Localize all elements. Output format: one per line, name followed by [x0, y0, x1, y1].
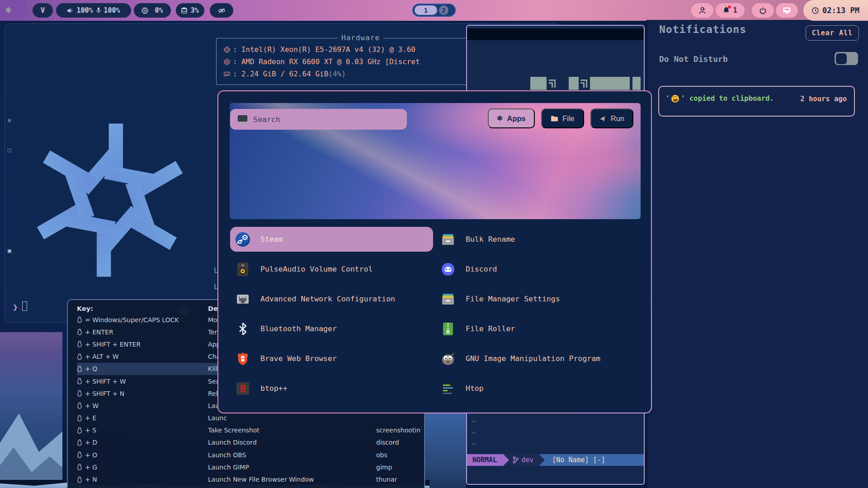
wallpaper-gap-strip [425, 407, 466, 488]
keybind-key-text: = Windows/Super/CAPS LOCK [85, 316, 179, 324]
rocket-icon [599, 115, 606, 122]
volume-widget[interactable]: 100% 100% [56, 3, 131, 18]
fileroller-icon [441, 322, 455, 336]
app-label: File Roller [466, 324, 515, 333]
brave-icon [236, 352, 250, 366]
keybind-key: + SHIFT + N [77, 390, 208, 397]
app-row-pulseaudio-volume-control[interactable]: PulseAudio Volume Control [230, 257, 433, 282]
keybind-key-text: + Q [85, 365, 97, 372]
keybind-command: thunar [376, 476, 421, 483]
screenshot-widget[interactable] [776, 3, 798, 18]
app-label: PulseAudio Volume Control [260, 265, 373, 273]
drawer-icon [441, 292, 455, 306]
app-row-gnu-image-manipulation-program[interactable]: GNU Image Manipulation Program [435, 346, 638, 371]
notification-message: '' copied to clipboard. [665, 94, 774, 103]
keybind-key: + SHIFT + ENTER [77, 341, 208, 348]
keybind-key-text: + SHIFT + W [85, 378, 126, 385]
eye-slash-icon [218, 8, 226, 14]
keybind-key-text: + O [85, 451, 97, 459]
search-input[interactable] [253, 115, 380, 124]
git-branch-name: dev [521, 456, 533, 464]
snowflake-icon: ❄ [6, 5, 11, 15]
memory-widget[interactable]: 3% [176, 3, 204, 18]
hardware-line-text: 2.24 GiB / 62.64 GiB [241, 70, 329, 78]
workspace-1-button[interactable]: 1 [415, 5, 437, 15]
keybind-key: + S [77, 427, 208, 434]
clear-all-button[interactable]: Clear All [806, 25, 859, 41]
app-row-advanced-network-configuration[interactable]: Advanced Network Configuration [230, 286, 433, 311]
keybind-key: + ALT + W [77, 353, 208, 360]
app-label: Brave Web Browser [260, 354, 337, 363]
app-label: Discord [466, 265, 497, 273]
keybind-description: Take Screenshot [208, 427, 376, 434]
svg-text:B: B [240, 384, 246, 394]
app-label: btop++ [260, 384, 288, 393]
keybind-key-text: + N [85, 476, 97, 483]
app-label: Steam [260, 235, 283, 244]
keybind-description: Launc [208, 414, 376, 422]
gimp-icon [441, 352, 455, 366]
app-row-brave-web-browser[interactable]: Brave Web Browser [230, 346, 433, 371]
power-widget[interactable] [752, 3, 774, 18]
snowflake-icon: ❄ [497, 114, 503, 122]
vim-tildes: ~~~ [472, 416, 476, 450]
app-row-steam[interactable]: Steam [230, 227, 433, 252]
penguin-key-icon [77, 341, 82, 347]
hardware-line-text: Intel(R) Xeon(R) E5-2697A v4 (32) @ 3.60 [241, 45, 415, 54]
notification-card[interactable]: '' copied to clipboard. 2 hours ago [658, 86, 855, 117]
keybind-row: + ELaunc [77, 412, 421, 424]
terminal-ascii-art [467, 77, 644, 91]
penguin-key-icon [77, 464, 82, 470]
notification-timestamp: 2 hours ago [800, 95, 847, 103]
launcher-v-button[interactable]: V [33, 3, 53, 18]
app-label: Htop [466, 384, 484, 393]
penguin-key-icon [77, 476, 82, 483]
app-row-file-roller[interactable]: File Roller [435, 316, 638, 341]
app-row-bluetooth-manager[interactable]: Bluetooth Manager [230, 316, 433, 341]
do-not-disturb-toggle[interactable] [835, 52, 858, 65]
app-row-bulk-rename[interactable]: Bulk Rename [435, 227, 638, 252]
keybind-key: + W [77, 402, 208, 409]
tab-label: File [562, 114, 575, 123]
search-bar[interactable] [230, 109, 407, 130]
clock-widget[interactable]: 02:13 PM [803, 0, 868, 21]
ethernet-icon [236, 292, 250, 306]
app-label: Advanced Network Configuration [260, 295, 395, 303]
penguin-key-icon [77, 439, 82, 446]
penguin-key-icon [77, 390, 82, 397]
keybind-key-text: + D [85, 439, 97, 446]
workspaces-widget: 1 2 [412, 4, 456, 17]
app-row-discord[interactable]: Discord [435, 257, 638, 282]
tab-file[interactable]: File [541, 108, 584, 128]
keybind-key: + Q [77, 365, 208, 372]
user-widget[interactable] [691, 3, 713, 18]
vim-tilde: ~ [472, 438, 476, 450]
app-row-btop-[interactable]: Bbtop++ [230, 376, 433, 401]
gpu-chip-icon [224, 59, 231, 65]
shell-prompt: ❯ [13, 302, 18, 312]
notifications-widget[interactable]: 1 [716, 3, 745, 18]
app-row-file-manager-settings[interactable]: File Manager Settings [435, 286, 638, 311]
notification-dot [728, 5, 731, 9]
vim-filename-segment: [No Name] [-] [545, 454, 644, 466]
vim-mode-segment: NORMAL [467, 454, 503, 466]
keybind-key: + ENTER [77, 328, 208, 336]
bluetooth-icon [236, 322, 250, 336]
terminal-mini-icon: ▢ [8, 146, 11, 153]
tab-apps[interactable]: ❄Apps [488, 108, 535, 128]
nixos-menu-button[interactable]: ❄ [0, 0, 26, 21]
keybind-key: + E [77, 414, 208, 422]
vim-statusline: NORMAL dev [No Name] [-] [467, 454, 644, 466]
idle-inhibitor-widget[interactable] [210, 3, 233, 18]
keybind-description: Launch New File Browser Window [208, 476, 376, 483]
keybind-key: + G [77, 464, 208, 471]
wallpaper-mountains [0, 332, 62, 488]
git-branch-segment: dev [509, 454, 539, 466]
workspace-2-button[interactable]: 2 [439, 5, 448, 15]
app-row-htop[interactable]: Htop [435, 376, 638, 401]
tab-run[interactable]: Run [590, 108, 633, 128]
tab-label: Apps [507, 114, 525, 123]
cpu-chip-icon [142, 7, 148, 14]
cpu-widget[interactable]: 0% [134, 3, 171, 18]
person-icon [699, 7, 706, 14]
